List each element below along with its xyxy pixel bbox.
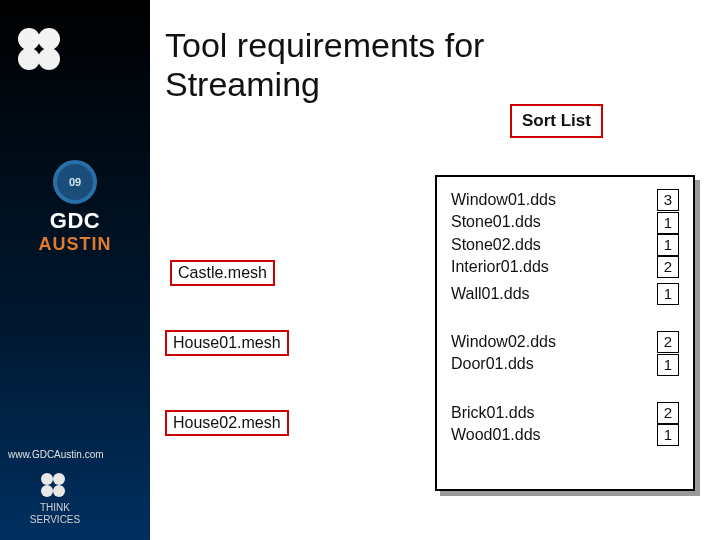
sidebar: 09 GDC AUSTIN www.GDCAustin.com THINK SE… <box>0 0 150 540</box>
dds-row: Stone02.dds1 <box>451 234 679 256</box>
mesh-house01: House01.mesh <box>165 330 289 356</box>
count-box: 2 <box>657 256 679 278</box>
gdc-logo: 09 GDC AUSTIN <box>20 160 130 255</box>
dds-row: Stone01.dds1 <box>451 211 679 233</box>
count-box: 2 <box>657 331 679 353</box>
badge-year: 09 <box>53 160 97 204</box>
austin-text: AUSTIN <box>20 234 130 255</box>
mesh-castle: Castle.mesh <box>170 260 275 286</box>
dds-row: Interior01.dds2 <box>451 256 679 278</box>
count-box: 1 <box>657 354 679 376</box>
slide-title: Tool requirements for Streaming <box>165 26 484 104</box>
think-services-logo: THINK SERVICES <box>15 473 95 525</box>
services-label: SERVICES <box>15 515 95 525</box>
count-box: 3 <box>657 189 679 211</box>
count-box: 1 <box>657 283 679 305</box>
count-box: 2 <box>657 402 679 424</box>
count-box: 1 <box>657 424 679 446</box>
sort-list-label: Sort List <box>510 104 603 138</box>
url-text: www.GDCAustin.com <box>8 449 104 460</box>
clover-icon <box>18 28 68 78</box>
dds-row: Door01.dds1 <box>451 353 679 375</box>
title-line-2: Streaming <box>165 65 320 103</box>
gdc-text: GDC <box>20 208 130 234</box>
title-line-1: Tool requirements for <box>165 26 484 64</box>
count-box: 1 <box>657 234 679 256</box>
dds-panel: Window01.dds3 Stone01.dds1 Stone02.dds1 … <box>435 175 695 491</box>
think-label: THINK <box>15 503 95 513</box>
mesh-house02: House02.mesh <box>165 410 289 436</box>
dds-row: Wall01.dds1 <box>451 283 679 305</box>
dds-row: Window01.dds3 <box>451 189 679 211</box>
dds-row: Wood01.dds1 <box>451 424 679 446</box>
count-box: 1 <box>657 212 679 234</box>
dds-row: Window02.dds2 <box>451 331 679 353</box>
dds-row: Brick01.dds2 <box>451 402 679 424</box>
slide-content: Tool requirements for Streaming Sort Lis… <box>160 0 720 540</box>
